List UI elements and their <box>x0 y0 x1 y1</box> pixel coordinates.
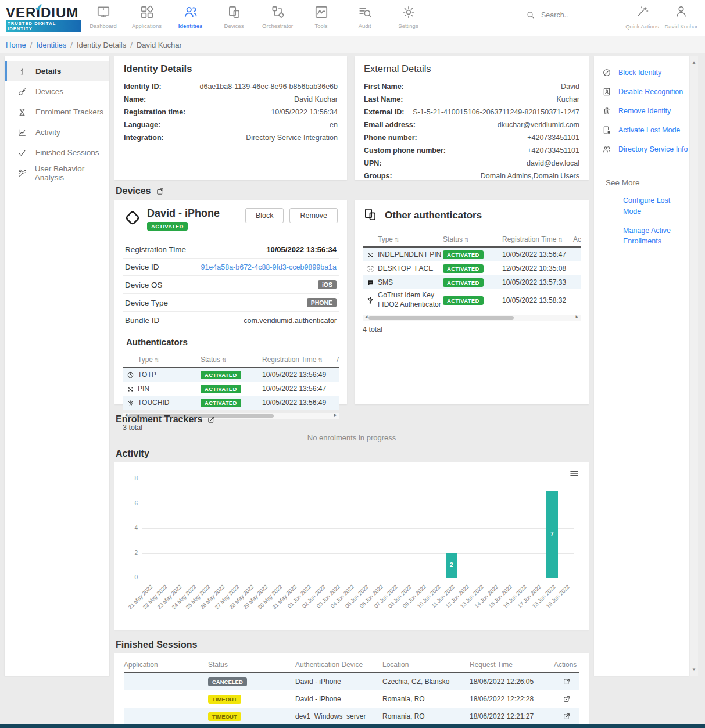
sort-time[interactable]: Registration Time⇅ <box>262 356 337 364</box>
disable-recognition-action[interactable]: Disable Recognition <box>602 87 689 96</box>
sort-time[interactable]: Registration Time⇅ <box>502 235 573 243</box>
users-info-icon <box>602 145 613 154</box>
external-details-panel: External Details First Name:David Last N… <box>355 56 589 180</box>
device-type-badge: PHONE <box>307 298 337 307</box>
remove-button[interactable]: Remove <box>289 208 338 223</box>
session-row: CANCELED David - iPhone Czechia, CZ, Bla… <box>124 673 579 690</box>
field-label: Integration: <box>124 134 164 142</box>
device-id-link[interactable]: 91e4a58a-b672-4c88-9fd3-cceb9899ba1a <box>201 263 337 271</box>
session-row: TIMEOUT dev1_Windows_server Romania, RO … <box>124 708 579 725</box>
sort-type[interactable]: Type⇅ <box>378 235 443 243</box>
sort-status[interactable]: Status⇅ <box>443 235 502 243</box>
sidebar-item-devices[interactable]: Devices <box>5 81 109 102</box>
activity-bar-chart: 0246821 May 202222 May 202223 May 202224… <box>114 462 589 630</box>
devices-section-title: Devices <box>116 186 151 196</box>
quick-actions-button[interactable]: Quick Actions <box>624 5 661 30</box>
status-badge: CANCELED <box>208 677 247 686</box>
person-icon <box>674 10 688 20</box>
scroll-up-arrow[interactable]: ▲ <box>690 60 698 65</box>
delete-authenticator-button[interactable] <box>573 265 581 272</box>
main-nav: Dashboard Applications Identities Device… <box>81 3 430 29</box>
tools-icon <box>299 3 343 21</box>
other-authenticators-panel: Other authenticators Type⇅ Status⇅ Regis… <box>355 200 589 404</box>
sort-type[interactable]: Type⇅ <box>138 356 201 364</box>
logo-check-icon: ✔ <box>34 1 44 15</box>
field-value: Directory Service Integration <box>246 134 338 142</box>
authenticators-table: Type⇅ Status⇅ Registration Time⇅ Actions… <box>123 353 339 410</box>
enrolment-external-link-icon[interactable] <box>207 415 216 424</box>
nav-item-identities[interactable]: Identities <box>169 3 212 29</box>
scroll-down-arrow[interactable]: ▼ <box>690 667 698 672</box>
session-details-button[interactable] <box>554 695 579 703</box>
field-value: David Kuchar <box>294 95 338 103</box>
user-menu[interactable]: David Kuchar <box>663 5 699 30</box>
delete-authenticator-button[interactable] <box>573 297 581 304</box>
search-input[interactable] <box>541 11 611 19</box>
devices-external-link-icon[interactable] <box>156 187 164 196</box>
authenticators-total: 3 total <box>123 424 339 432</box>
status-badge: TIMEOUT <box>208 712 241 721</box>
trash-icon <box>602 106 613 116</box>
device-card: David - iPhone ACTIVATED Block Remove Re… <box>114 200 347 404</box>
sidebar-item-details[interactable]: Details <box>5 61 109 81</box>
field-label: Registration time: <box>124 108 185 116</box>
field-label: Identity ID: <box>124 83 162 91</box>
table-row: DESKTOP_FACE ACTIVATED 12/05/2022 10:35:… <box>363 261 581 275</box>
see-more-label: See More <box>606 178 689 187</box>
directory-service-info-action[interactable]: Directory Service Info <box>602 145 689 154</box>
block-identity-action[interactable]: Block Identity <box>602 68 689 77</box>
table-row: PIN ACTIVATED 10/05/2022 13:56:47 <box>123 382 339 396</box>
nav-item-dashboard[interactable]: Dashboard <box>81 3 125 29</box>
table-row: SMS ACTIVATED 10/05/2022 13:57:33 <box>363 275 581 289</box>
key-icon <box>17 87 28 96</box>
block-icon <box>602 68 613 77</box>
gear-icon <box>387 3 430 21</box>
sort-status[interactable]: Status⇅ <box>201 356 262 364</box>
breadcrumb-identities[interactable]: Identities <box>36 41 66 49</box>
sidebar-item-enrolment-trackers[interactable]: Enrolment Trackers <box>5 102 109 122</box>
block-button[interactable]: Block <box>245 208 284 223</box>
nav-item-settings[interactable]: Settings <box>387 3 430 29</box>
nav-item-orchestrator[interactable]: Orchestrator <box>256 3 299 29</box>
activate-lost-mode-action[interactable]: Activate Lost Mode <box>602 125 689 135</box>
activity-icon <box>17 128 28 137</box>
pin-icon <box>363 251 378 259</box>
delete-authenticator-button[interactable] <box>573 279 581 286</box>
session-details-button[interactable] <box>554 712 579 720</box>
session-details-button[interactable] <box>554 677 579 686</box>
devices-icon <box>212 3 256 21</box>
id-card-icon <box>602 87 613 96</box>
field-value: d6ae1ba8-1139-46ec-8e96-b856bab36e6b <box>200 83 338 91</box>
left-sidebar: Details Devices Enrolment Trackers Activ… <box>5 56 109 676</box>
sidebar-item-finished-sessions[interactable]: Finished Sessions <box>5 142 109 163</box>
device-diamond-icon <box>124 209 141 229</box>
fingerprint-icon <box>123 399 138 407</box>
breadcrumb-home[interactable]: Home <box>6 41 26 49</box>
other-authenticators-total: 4 total <box>363 325 581 333</box>
finished-sessions-title: Finished Sessions <box>116 640 197 650</box>
configure-lost-mode-link[interactable]: Configure Lost Mode <box>623 195 681 217</box>
devices-pair-icon <box>363 207 378 224</box>
nav-item-audit[interactable]: Audit <box>343 3 387 29</box>
table-row: GoTrust Idem Key FIDO2 Authenticator ACT… <box>363 289 581 311</box>
remove-identity-action[interactable]: Remove Identity <box>602 106 689 116</box>
status-badge: ACTIVATED <box>443 278 484 287</box>
audit-icon <box>343 3 387 21</box>
vertical-scrollbar[interactable]: ▲ ▼ <box>690 56 698 676</box>
chart-menu-icon[interactable] <box>569 468 579 481</box>
sidebar-item-activity[interactable]: Activity <box>5 122 109 142</box>
nav-item-tools[interactable]: Tools <box>299 3 343 29</box>
veridium-logo[interactable]: VERIDIUM ✔ TRUSTED DIGITAL IDENTITY <box>6 6 81 33</box>
nav-item-devices[interactable]: Devices <box>212 3 256 29</box>
table-row: INDEPENDENT PIN ACTIVATED 10/05/2022 13:… <box>363 248 581 261</box>
sidebar-item-user-behavior-analysis[interactable]: User Behavior Analysis <box>5 163 109 183</box>
device-os-badge: iOS <box>318 280 337 289</box>
horizontal-scrollbar[interactable]: ◄► <box>363 315 581 321</box>
manage-active-enrollments-link[interactable]: Manage Active Enrollments <box>623 225 681 248</box>
activity-bar[interactable]: 2 <box>446 553 457 578</box>
activity-bar[interactable]: 7 <box>546 491 558 578</box>
identity-actions-panel: Block Identity Disable Recognition Remov… <box>594 56 689 676</box>
nav-item-applications[interactable]: Applications <box>125 3 169 29</box>
status-badge: ACTIVATED <box>443 250 484 259</box>
breadcrumb-identity-details: Identity Details <box>77 41 126 49</box>
